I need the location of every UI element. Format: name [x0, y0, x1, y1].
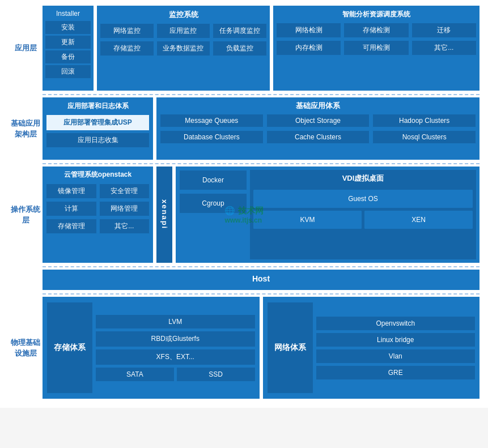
sep-1	[43, 94, 479, 95]
os-layer-content: 云管理系统openstack 镜像管理 安全管理 计算 网络管理 存储管理 其它…	[43, 167, 479, 263]
cloud-item-4: 网络管理	[99, 201, 150, 216]
storage-ssd: SSD	[177, 368, 255, 381]
monitor-item-2: 应用监控	[156, 23, 211, 39]
smart-item-5: 可用检测	[343, 40, 409, 56]
smart-item-1: 网络检测	[276, 23, 341, 38]
cloud-grid: 镜像管理 安全管理 计算 网络管理 存储管理 其它...	[46, 184, 150, 234]
kvm-box: KVM	[253, 211, 362, 229]
vdi-block: VDI虚拟桌面 Guest OS KVM XEN	[250, 170, 476, 259]
basicarch-layer-label: 基础应用架构层	[9, 97, 43, 160]
storage-block: 存储体系 LVM RBD或Glusterfs XFS、EXT... SATA S…	[43, 297, 260, 399]
basicsys-item-2: Object Storage	[266, 114, 370, 127]
basicsys-item-4: Database Clusters	[160, 130, 264, 144]
installer-title: Installer	[52, 8, 84, 19]
smart-item-6: 其它...	[411, 40, 477, 56]
smart-block: 智能分析资源调度系统 网络检测 存储检测 迁移 内存检测 可用检测 其它...	[273, 6, 479, 91]
monitor-item-4: 存储监控	[100, 41, 154, 56]
host-layer-label	[9, 270, 43, 290]
smart-row2: 内存检测 可用检测 其它...	[276, 40, 477, 56]
deploy-sub: 应用日志收集	[46, 133, 149, 147]
storage-icon: 存储体系	[47, 302, 92, 393]
cloud-item-3: 计算	[46, 201, 97, 216]
cloud-item-1: 镜像管理	[46, 184, 97, 199]
deploy-title: 应用部署和日志体系	[46, 101, 149, 111]
storage-rbd: RBD或Glusterfs	[96, 331, 255, 347]
install-item-3: 备份	[45, 50, 91, 63]
app-layer-content: Installer 安装 更新 备份 回滚 监控系统 网络监控 应用监控 任务调…	[43, 6, 479, 91]
storage-items: LVM RBD或Glusterfs XFS、EXT... SATA SSD	[96, 302, 255, 393]
host-block: Host	[43, 270, 479, 290]
monitor-item-3: 任务调度监控	[213, 23, 267, 39]
network-items: Openvswitch Linux bridge Vlan GRE	[316, 302, 476, 393]
xenapi-bar: xenapi	[156, 167, 172, 263]
network-icon: 网络体系	[268, 302, 313, 393]
monitor-item-5: 业务数据监控	[156, 41, 211, 56]
network-lb: Linux bridge	[316, 333, 476, 347]
installer-block: Installer 安装 更新 备份 回滚	[43, 6, 94, 91]
basicsys-grid: Message Queues Object Storage Hadoop Clu…	[160, 114, 476, 144]
vdi-items: Guest OS KVM XEN	[250, 190, 476, 232]
network-gre: GRE	[316, 366, 476, 379]
basicsys-item-5: Cache Clusters	[266, 130, 370, 144]
network-block: 网络体系 Openvswitch Linux bridge Vlan GRE	[263, 297, 480, 399]
sep-3	[43, 266, 479, 267]
cloud-title: 云管理系统openstack	[46, 170, 150, 180]
sep-4	[43, 293, 479, 295]
physical-layer-label: 物理基础设施层	[9, 297, 43, 399]
monitor-item-6: 负载监控	[213, 41, 267, 56]
basicarch-layer-content: 应用部署和日志体系 应用部署管理集成USP 应用日志收集 基础应用体系 Mess…	[43, 97, 479, 160]
install-item-1: 安装	[45, 21, 91, 34]
basicsys-title: 基础应用体系	[160, 101, 476, 111]
storage-sata: SATA	[96, 368, 174, 381]
smart-row1: 网络检测 存储检测 迁移	[276, 23, 477, 38]
guestos-box: Guest OS	[253, 190, 473, 208]
basicsys-item-3: Hadoop Clusters	[372, 114, 476, 127]
monitor-row2: 存储监控 业务数据监控 负载监控	[100, 41, 267, 56]
cloud-item-6: 其它...	[99, 219, 150, 234]
os-right: Docker Cgroup VDI虚拟桌面 Guest OS KVM XEN	[176, 167, 479, 263]
deploy-highlight: 应用部署管理集成USP	[46, 115, 149, 130]
vdi-title: VDI虚拟桌面	[250, 170, 476, 187]
xen-box: XEN	[364, 211, 473, 229]
cloud-item-5: 存储管理	[46, 219, 97, 234]
cgroup-box: Cgroup	[179, 193, 247, 214]
monitor-block: 监控系统 网络监控 应用监控 任务调度监控 存储监控 业务数据监控 负载监控	[97, 6, 270, 91]
smart-item-2: 存储检测	[343, 23, 409, 38]
smart-title: 智能分析资源调度系统	[276, 8, 477, 20]
cloud-item-2: 安全管理	[99, 184, 150, 199]
install-item-4: 回滚	[45, 65, 91, 78]
monitor-row1: 网络监控 应用监控 任务调度监控	[100, 23, 267, 39]
smart-item-4: 内存检测	[276, 40, 341, 56]
network-vlan: Vlan	[316, 349, 476, 363]
network-ovs: Openvswitch	[316, 317, 476, 330]
host-layer-content: Host	[43, 270, 479, 290]
install-item-2: 更新	[45, 36, 91, 49]
basicsys-block: 基础应用体系 Message Queues Object Storage Had…	[156, 97, 479, 160]
installer-items: 安装 更新 备份 回滚	[45, 21, 91, 78]
docker-box: Docker	[179, 170, 247, 190]
monitor-title: 监控系统	[100, 8, 267, 21]
storage-row: SATA SSD	[96, 368, 255, 381]
basicsys-item-6: Nosql Clusters	[372, 130, 476, 144]
os-layer-label: 操作系统层	[9, 167, 43, 263]
sep-2	[43, 163, 479, 164]
deploy-block: 应用部署和日志体系 应用部署管理集成USP 应用日志收集	[43, 97, 153, 160]
cloud-block: 云管理系统openstack 镜像管理 安全管理 计算 网络管理 存储管理 其它…	[43, 167, 153, 263]
app-layer-label: 应用层	[9, 6, 43, 91]
smart-item-3: 迁移	[411, 23, 477, 38]
storage-lvm: LVM	[96, 315, 255, 328]
monitor-item-1: 网络监控	[100, 23, 154, 39]
storage-xfs: XFS、EXT...	[96, 349, 255, 365]
physical-layer-content: 存储体系 LVM RBD或Glusterfs XFS、EXT... SATA S…	[43, 297, 479, 399]
basicsys-item-1: Message Queues	[160, 114, 264, 127]
